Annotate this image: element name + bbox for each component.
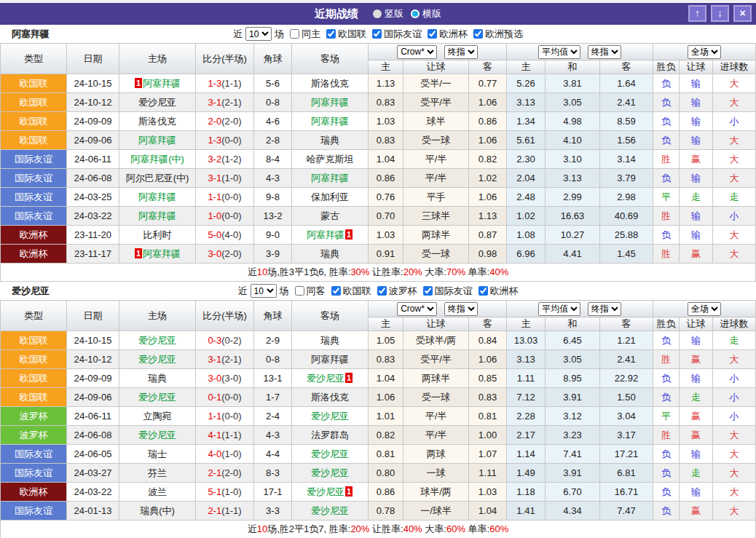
radio-vertical-label[interactable]: 竖版: [385, 7, 403, 20]
odds-time-select[interactable]: 终指: [588, 45, 621, 59]
full-time-score: 1-3: [208, 135, 221, 146]
league-filter[interactable]: 欧洲杯: [473, 285, 519, 298]
full-time-score: 3-0: [208, 248, 221, 259]
avg-home-odds: 1.18: [507, 483, 546, 502]
col-header-type: 类型: [1, 301, 67, 331]
match-score: 2-0(2-0): [196, 112, 254, 131]
league-checkbox[interactable]: [372, 29, 382, 39]
match-score: 0-3(0-2): [196, 331, 254, 350]
average-select[interactable]: 平均值: [538, 45, 580, 59]
result-outcome: 负: [653, 169, 680, 188]
handicap-outcome: 输: [680, 74, 713, 93]
same-venue-filter[interactable]: 同客: [290, 285, 326, 298]
col-header-date: 日期: [67, 44, 119, 74]
corner-score: 5-6: [254, 74, 292, 93]
same-venue-checkbox[interactable]: [295, 286, 304, 296]
bookmaker-select[interactable]: Crow*: [397, 45, 437, 59]
league-checkbox[interactable]: [326, 29, 336, 39]
match-type-badge: 欧国联: [1, 74, 67, 93]
avg-draw-odds: 4.41: [546, 245, 600, 264]
league-checkbox[interactable]: [423, 286, 433, 296]
team-label: 阿塞拜疆: [143, 248, 181, 259]
full-time-score: 1-3: [208, 78, 221, 89]
radio-horizontal-label[interactable]: 横版: [422, 7, 441, 20]
half-time-score: (0-0): [221, 191, 241, 202]
handicap-line: 平手: [403, 188, 469, 207]
result-outcome: 负: [653, 369, 680, 388]
team-label: 芬兰: [148, 467, 167, 478]
full-time-score: 3-1: [208, 173, 221, 183]
match-type-badge: 国际友谊: [1, 445, 67, 464]
home-odds: 1.01: [369, 407, 403, 426]
avg-home-odds: 2.17: [507, 426, 546, 445]
result-outcome: 负: [653, 388, 680, 407]
team-label: 保加利亚: [311, 191, 349, 202]
handicap-outcome: 输: [680, 331, 713, 350]
team-label: 阿塞拜疆: [143, 78, 181, 89]
league-filter[interactable]: 波罗杯: [372, 285, 418, 298]
full-match-select[interactable]: 全场: [688, 45, 721, 59]
avg-away-odds: 3.17: [600, 426, 653, 445]
avg-away-odds: 3.79: [600, 169, 653, 188]
match-type-badge: 欧国联: [1, 388, 67, 407]
subcol-handicap-result: 让球: [680, 60, 713, 74]
league-filter[interactable]: 欧洲预选: [468, 28, 524, 41]
result-outcome: 负: [653, 93, 680, 112]
match-type-badge: 欧洲杯: [1, 245, 67, 264]
half-time-score: (3-0): [221, 373, 241, 384]
odds-time-select[interactable]: 终指: [444, 45, 478, 59]
team-name: 阿塞拜疆: [12, 28, 50, 41]
league-checkbox[interactable]: [377, 286, 387, 296]
same-venue-checkbox[interactable]: [290, 29, 299, 39]
match-row: 欧洲杯23-11-20比利时5-0(4-0)9-0阿塞拜疆11.03两球半0.8…: [1, 226, 756, 245]
half-time-score: (1-0): [221, 486, 241, 497]
home-team: 爱沙尼亚: [119, 426, 196, 445]
team-label: 爱沙尼亚: [138, 97, 176, 108]
move-up-button[interactable]: ↑: [688, 5, 706, 22]
league-filter[interactable]: 国际友谊: [367, 28, 422, 41]
half-time-score: (1-1): [221, 430, 241, 440]
match-count-select[interactable]: 10: [245, 27, 272, 41]
league-checkbox[interactable]: [473, 29, 483, 39]
away-odds: 0.83: [469, 388, 507, 407]
home-odds: 0.78: [369, 502, 403, 521]
match-count-select[interactable]: 10: [251, 284, 277, 298]
avg-home-odds: 1.11: [507, 369, 546, 388]
corner-score: 4-3: [254, 426, 292, 445]
red-card-badge: 1: [345, 486, 353, 497]
goals-outcome: 走: [713, 188, 756, 207]
same-venue-filter[interactable]: 同主: [285, 28, 321, 41]
col-header-corner: 角球: [254, 301, 292, 331]
league-filter[interactable]: 欧国联: [326, 285, 372, 298]
move-down-button[interactable]: ↓: [711, 5, 729, 22]
league-checkbox[interactable]: [479, 286, 488, 296]
radio-horizontal[interactable]: [411, 9, 420, 18]
league-checkbox[interactable]: [331, 286, 341, 296]
team-label: 爱沙尼亚: [311, 505, 349, 516]
team-label: 阿塞拜疆: [138, 191, 176, 202]
bookmaker-select[interactable]: Crow*: [397, 302, 437, 316]
league-checkbox[interactable]: [428, 29, 437, 39]
corner-score: 17-1: [254, 483, 292, 502]
average-odds-header: 平均值 终指: [507, 301, 653, 317]
league-filter[interactable]: 欧洲杯: [422, 28, 468, 41]
full-match-select[interactable]: 全场: [688, 302, 721, 316]
odds-time-select[interactable]: 终指: [588, 302, 621, 316]
radio-vertical[interactable]: [373, 9, 382, 18]
goals-outcome: 大: [713, 464, 756, 483]
match-row: 欧国联24-10-15爱沙尼亚0-3(0-2)2-9瑞典1.05受球半/两0.8…: [1, 331, 756, 350]
league-filter[interactable]: 欧国联: [321, 28, 367, 41]
close-button[interactable]: ×: [733, 5, 752, 22]
filter-controls: 近 10 场 同主 欧国联 国际友谊 欧洲杯 欧洲预选: [232, 27, 524, 41]
odds-time-select[interactable]: 终指: [444, 302, 478, 316]
league-filter[interactable]: 国际友谊: [418, 285, 473, 298]
team-label: 爱沙尼亚: [307, 486, 344, 497]
corner-score: 8-4: [254, 150, 292, 169]
subcol-avg-away: 客: [600, 317, 653, 331]
summary-text: 让胜率:: [369, 523, 403, 534]
match-type-badge: 欧国联: [1, 350, 67, 369]
avg-away-odds: 22.92: [600, 369, 653, 388]
match-row: 波罗杯24-06-08爱沙尼亚4-1(1-1)4-3法罗群岛0.82平/半1.0…: [1, 426, 756, 445]
average-select[interactable]: 平均值: [538, 302, 580, 316]
goals-outcome: 大: [713, 150, 756, 169]
